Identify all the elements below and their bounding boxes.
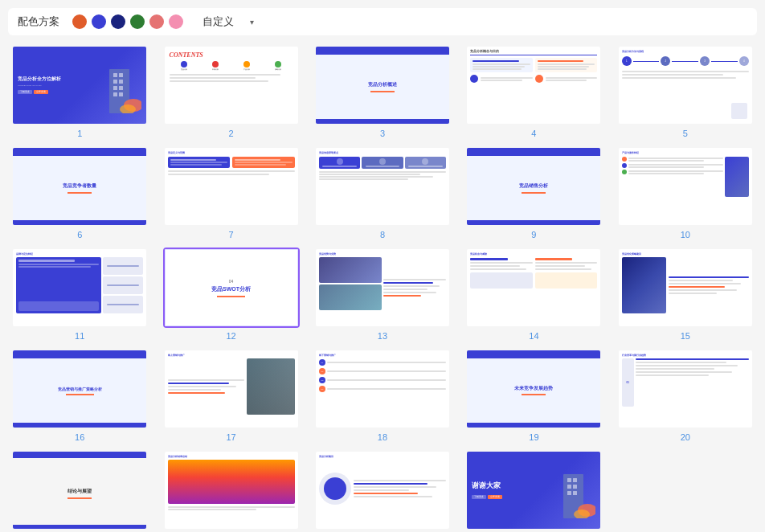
svg-rect-8 (119, 92, 123, 96)
slide-thumb-22[interactable]: 竞品分析结果总结 (163, 450, 300, 530)
slide-num-7: 7 (229, 230, 234, 239)
slide-thumb-2[interactable]: CONTENTS 竞品分析 市场分析 产品分析 (163, 45, 300, 125)
slide-thumb-4[interactable]: 竞品分析概念与目的 (465, 45, 602, 125)
svg-rect-7 (113, 92, 117, 96)
slide-num-9: 9 (531, 230, 536, 239)
slide-item: 竞品优势与劣势 13 (311, 248, 454, 341)
slide-item: 产品与服务特征 (614, 146, 757, 239)
color-scheme-label: 配色方案 (18, 14, 59, 29)
svg-rect-4 (119, 80, 123, 84)
slide-item: 谢谢大家 了解更多 立即查看 (462, 450, 605, 532)
slide-thumb-12[interactable]: 04 竞品SWOT分析 (163, 248, 300, 328)
slide-thumb-24[interactable]: 谢谢大家 了解更多 立即查看 (465, 450, 602, 530)
svg-rect-5 (113, 86, 117, 90)
slide-item: 结论与展望 21 (8, 450, 151, 532)
slide-item: 未来竞争发展趋势 19 (462, 349, 605, 442)
slide-num-20: 20 (681, 432, 690, 442)
slide-num-3: 3 (380, 129, 385, 138)
slide-thumb-17[interactable]: 线上营销与推广 (163, 349, 300, 429)
slide-item: 竞品分析结果总结 22 (159, 450, 302, 532)
slide-item: 竞品信息获取要点 (311, 146, 454, 239)
svg-rect-14 (567, 485, 571, 489)
slides-grid: 竞品分析全方位解析 COMPETITIVE ANALYSIS 了解更多 立即查看 (8, 45, 757, 532)
slide-num-14: 14 (529, 331, 538, 341)
slide-thumb-14[interactable]: 竞品机会与威胁 (465, 248, 602, 328)
slide-item: 竞品分析建议 23 (311, 450, 454, 532)
slide-num-10: 10 (681, 230, 690, 239)
slide-item: 竞品分析全方位解析 COMPETITIVE ANALYSIS 了解更多 立即查看 (8, 45, 151, 138)
slide-num-17: 17 (226, 432, 235, 442)
slide-num-6: 6 (77, 230, 82, 239)
slide-num-16: 16 (75, 432, 84, 442)
slide-item: 竞品分析概述 3 (311, 45, 454, 138)
chevron-down-icon[interactable]: ▾ (250, 18, 254, 27)
slide-thumb-9[interactable]: 竞品销售分析 (465, 146, 602, 227)
slide-item: 04 竞品SWOT分析 12 (159, 248, 302, 341)
slide-item: CONTENTS 竞品分析 市场分析 产品分析 (159, 45, 302, 138)
slide-item: 线下营销与推广 01 02 03 04 (311, 349, 454, 442)
color-dot-4[interactable] (130, 14, 145, 29)
slide-thumb-1[interactable]: 竞品分析全方位解析 COMPETITIVE ANALYSIS 了解更多 立即查看 (11, 45, 148, 125)
slide-thumb-8[interactable]: 竞品信息获取要点 (314, 146, 451, 227)
slide-item: 线上营销与推广 17 (159, 349, 302, 442)
slide-num-19: 19 (529, 432, 538, 442)
slide-num-8: 8 (380, 230, 385, 239)
slide-item: 竞品销售分析 9 (462, 146, 605, 239)
slide-thumb-18[interactable]: 线下营销与推广 01 02 03 04 (314, 349, 451, 429)
svg-rect-1 (113, 73, 117, 77)
slide-thumb-16[interactable]: 竞品营销与推广策略分析 (11, 349, 148, 429)
slide-num-13: 13 (378, 331, 387, 341)
slide-num-12: 12 (226, 331, 235, 341)
color-dot-5[interactable] (149, 14, 164, 29)
svg-rect-6 (119, 86, 123, 90)
color-dot-6[interactable] (169, 14, 183, 29)
color-dot-2[interactable] (92, 14, 106, 29)
slide-item: 竞品营销与推广策略分析 16 (8, 349, 151, 442)
color-dot-1[interactable] (72, 14, 87, 29)
slide-thumb-23[interactable]: 竞品分析建议 (314, 450, 451, 530)
svg-rect-2 (119, 73, 123, 77)
color-dot-3[interactable] (111, 14, 125, 29)
svg-rect-12 (567, 478, 571, 482)
slide-thumb-11[interactable]: 品牌与定位特征 (11, 248, 148, 328)
slide-item: 竞品分析概念与目的 (462, 45, 605, 138)
svg-rect-3 (113, 80, 117, 84)
color-dots (72, 14, 183, 29)
slide-item: 行业变革与新行业趋势 01 20 (614, 349, 757, 442)
slide-thumb-3[interactable]: 竞品分析概述 (314, 45, 451, 125)
slide-thumb-13[interactable]: 竞品优势与劣势 (314, 248, 451, 328)
top-bar: 配色方案 自定义 ▾ (8, 8, 757, 35)
slide-thumb-5[interactable]: 竞品分析方法与流程 1 2 3 4 (617, 45, 754, 125)
slide-thumb-15[interactable]: 竞品优化策略建议 (617, 248, 754, 328)
slide-thumb-21[interactable]: 结论与展望 (11, 450, 148, 530)
slide-item: 品牌与定位特征 (8, 248, 151, 341)
slide-num-15: 15 (681, 331, 690, 341)
slide-num-11: 11 (75, 331, 84, 341)
slide-thumb-10[interactable]: 产品与服务特征 (617, 146, 754, 227)
svg-rect-17 (573, 491, 577, 495)
custom-label: 自定义 (202, 14, 234, 29)
slide-thumb-7[interactable]: 竞品定义与范围 (163, 146, 300, 227)
slide-num-1: 1 (77, 129, 82, 138)
slide-num-4: 4 (531, 129, 536, 138)
slide-item: 竞品优化策略建议 15 (614, 248, 757, 341)
slide-item: 竞品机会与威胁 (462, 248, 605, 341)
slide-item: 竞品分析方法与流程 1 2 3 4 5 (614, 45, 757, 138)
slide-thumb-19[interactable]: 未来竞争发展趋势 (465, 349, 602, 429)
slide-item: 竞品定义与范围 (159, 146, 302, 239)
svg-rect-16 (567, 491, 571, 495)
slide-num-18: 18 (378, 432, 387, 442)
slide-thumb-6[interactable]: 竞品竞争者数量 (11, 146, 148, 227)
svg-rect-15 (573, 485, 577, 489)
slide-thumb-20[interactable]: 行业变革与新行业趋势 01 (617, 349, 754, 429)
svg-rect-13 (573, 478, 577, 482)
slide-num-5: 5 (683, 129, 688, 138)
slide-num-2: 2 (229, 129, 234, 138)
slide-item: 竞品竞争者数量 6 (8, 146, 151, 239)
